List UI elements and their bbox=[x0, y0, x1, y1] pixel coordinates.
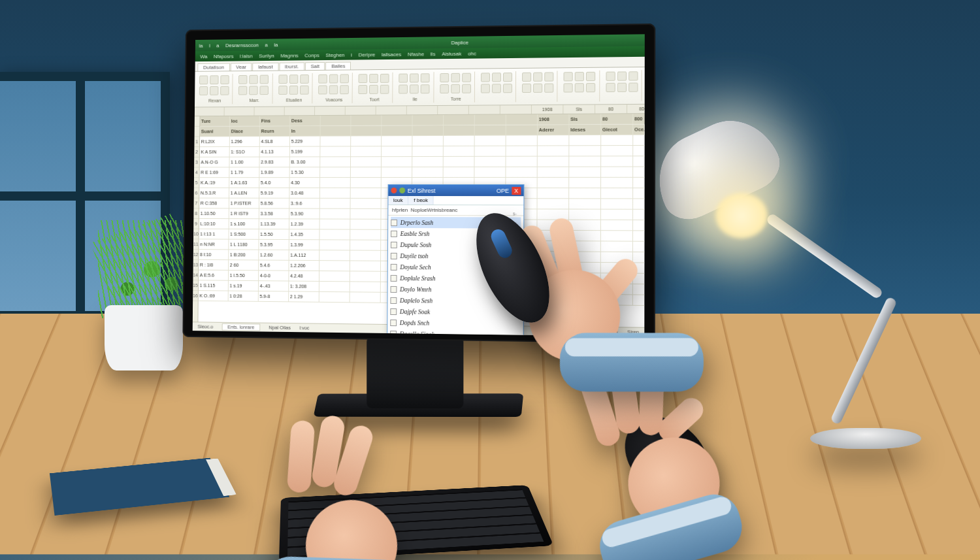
table-row[interactable]: R E 1:691 1.791.9.891 5.30 bbox=[199, 167, 644, 178]
data-cell[interactable] bbox=[633, 178, 645, 188]
data-cell[interactable]: B. 3.00 bbox=[289, 157, 320, 167]
data-cell[interactable] bbox=[537, 188, 569, 199]
data-cell[interactable]: 1 I.5.50 bbox=[229, 271, 259, 281]
menu-item[interactable]: Steghen bbox=[325, 52, 344, 58]
data-cell[interactable]: 3.3.58 bbox=[259, 208, 289, 219]
ribbon-button-icon[interactable] bbox=[199, 75, 208, 84]
data-cell[interactable] bbox=[382, 146, 412, 157]
data-cell[interactable] bbox=[633, 210, 645, 220]
close-icon[interactable] bbox=[391, 188, 397, 193]
ribbon-button-icon[interactable] bbox=[369, 85, 378, 94]
data-cell[interactable] bbox=[319, 209, 350, 220]
ribbon-button-icon[interactable] bbox=[340, 85, 349, 94]
header-cell[interactable]: Reurn bbox=[260, 126, 290, 137]
header-cell[interactable] bbox=[382, 125, 412, 136]
ribbon-button-icon[interactable] bbox=[533, 73, 542, 82]
data-cell[interactable]: 1: S1O bbox=[229, 147, 259, 157]
data-cell[interactable] bbox=[633, 156, 645, 167]
header-cell[interactable] bbox=[351, 115, 382, 125]
header-cell[interactable]: loc bbox=[230, 116, 260, 127]
header-cell[interactable] bbox=[444, 115, 475, 125]
data-cell[interactable] bbox=[601, 156, 633, 167]
ribbon-button-icon[interactable] bbox=[410, 73, 419, 82]
ribbon-button-icon[interactable] bbox=[617, 83, 626, 92]
ribbon-button-icon[interactable] bbox=[481, 73, 490, 82]
ribbon-tab[interactable]: lburst. bbox=[279, 62, 304, 70]
data-cell[interactable] bbox=[569, 156, 601, 167]
header-cell[interactable]: 80 bbox=[601, 114, 633, 124]
ribbon-button-icon[interactable] bbox=[544, 72, 553, 81]
ribbon-button-icon[interactable] bbox=[329, 74, 338, 84]
data-cell[interactable] bbox=[601, 146, 633, 156]
data-cell[interactable] bbox=[351, 136, 382, 146]
data-cell[interactable] bbox=[412, 167, 444, 178]
data-cell[interactable] bbox=[320, 167, 351, 178]
data-cell[interactable]: 1 0:28 bbox=[228, 291, 258, 302]
menu-item[interactable]: ohc bbox=[468, 50, 476, 56]
data-cell[interactable] bbox=[350, 209, 381, 220]
ribbon-button-icon[interactable] bbox=[300, 86, 309, 95]
column-header[interactable] bbox=[225, 107, 255, 116]
data-cell[interactable] bbox=[320, 178, 351, 188]
data-cell[interactable]: A.N-O G bbox=[199, 157, 229, 168]
ribbon-button-icon[interactable] bbox=[575, 83, 584, 92]
menu-item[interactable]: Nfashe bbox=[408, 51, 424, 57]
header-cell[interactable] bbox=[320, 126, 351, 137]
data-cell[interactable] bbox=[538, 157, 570, 167]
header-cell[interactable]: Oce. bbox=[633, 124, 645, 135]
ribbon-button-icon[interactable] bbox=[359, 74, 368, 83]
ribbon-button-icon[interactable] bbox=[260, 75, 269, 84]
data-cell[interactable] bbox=[350, 188, 381, 199]
ribbon-button-icon[interactable] bbox=[533, 84, 542, 93]
ribbon-button-icon[interactable] bbox=[629, 82, 638, 91]
data-cell[interactable] bbox=[569, 167, 601, 178]
column-header[interactable]: 80 bbox=[595, 105, 627, 113]
data-cell[interactable]: 1.A.112 bbox=[289, 250, 319, 261]
ribbon-button-icon[interactable] bbox=[586, 72, 595, 81]
data-cell[interactable] bbox=[350, 271, 381, 282]
data-cell[interactable]: 3.:9.6 bbox=[289, 199, 320, 209]
data-cell[interactable] bbox=[320, 137, 351, 147]
data-cell[interactable] bbox=[350, 250, 381, 261]
data-cell[interactable]: n N:NR bbox=[199, 239, 229, 250]
header-cell[interactable]: Sls bbox=[569, 114, 601, 125]
header-cell[interactable]: Dlace bbox=[230, 126, 260, 137]
data-cell[interactable] bbox=[633, 199, 645, 209]
table-row[interactable]: R:L2IX1.2964.SL85.229 bbox=[200, 135, 645, 147]
ribbon-button-icon[interactable] bbox=[380, 74, 389, 83]
ribbon-button-icon[interactable] bbox=[250, 75, 259, 84]
data-cell[interactable]: 4-.43 bbox=[259, 281, 289, 291]
data-cell[interactable] bbox=[319, 292, 350, 303]
ribbon-button-icon[interactable] bbox=[410, 84, 419, 93]
ribbon-button-icon[interactable] bbox=[564, 72, 573, 81]
ribbon-button-icon[interactable] bbox=[606, 83, 615, 92]
menu-item[interactable]: Wa bbox=[200, 54, 207, 59]
ribbon-button-icon[interactable] bbox=[380, 85, 389, 94]
data-cell[interactable]: 1 P.ISTER bbox=[229, 199, 259, 209]
ribbon-button-icon[interactable] bbox=[358, 85, 367, 94]
data-cell[interactable]: 1 L 1180 bbox=[229, 240, 259, 250]
column-header[interactable] bbox=[376, 106, 407, 114]
data-cell[interactable]: 1 A:1.63 bbox=[229, 178, 259, 188]
column-header[interactable] bbox=[195, 107, 225, 116]
data-cell[interactable] bbox=[633, 220, 645, 231]
header-cell[interactable]: Suanl bbox=[200, 127, 230, 137]
data-cell[interactable]: 1.9.89 bbox=[259, 167, 289, 178]
data-cell[interactable] bbox=[538, 146, 570, 156]
data-cell[interactable] bbox=[538, 135, 570, 146]
ribbon-button-icon[interactable] bbox=[318, 86, 327, 95]
ribbon-button-icon[interactable] bbox=[440, 73, 449, 82]
menu-item[interactable]: Nfaposrs bbox=[214, 53, 234, 59]
header-cell[interactable]: Dess bbox=[290, 116, 321, 126]
header-cell[interactable] bbox=[475, 114, 506, 125]
ribbon-button-icon[interactable] bbox=[492, 73, 501, 82]
ribbon-button-icon[interactable] bbox=[220, 86, 229, 95]
data-cell[interactable] bbox=[320, 157, 351, 167]
ribbon-tab[interactable]: Salt bbox=[305, 62, 325, 70]
data-cell[interactable] bbox=[319, 282, 350, 292]
header-cell[interactable] bbox=[506, 114, 537, 125]
data-cell[interactable] bbox=[320, 188, 351, 199]
menu-item[interactable]: Surilyn bbox=[259, 53, 274, 59]
menu-item[interactable]: Aistusak bbox=[442, 50, 461, 56]
ribbon-tab[interactable]: Dutatison bbox=[197, 63, 229, 71]
